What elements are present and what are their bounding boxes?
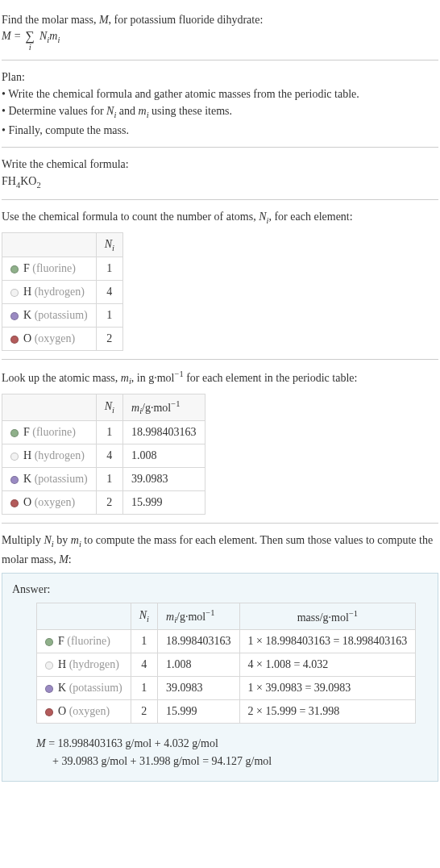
element-dot-icon bbox=[10, 289, 19, 297]
element-cell: H (hydrogen) bbox=[2, 444, 97, 468]
count-heading: Use the chemical formula to count the nu… bbox=[2, 208, 438, 227]
element-dot-icon bbox=[45, 685, 53, 693]
table-row: O (oxygen) 2 bbox=[2, 328, 123, 351]
header-mass: mass/g·mol−1 bbox=[239, 603, 416, 629]
header-mi: mi/g·mol−1 bbox=[158, 603, 240, 629]
header-blank bbox=[2, 394, 97, 420]
element-cell: F (fluorine) bbox=[2, 421, 97, 444]
table-header-row: Ni bbox=[2, 232, 123, 257]
header-mi: mi/g·mol−1 bbox=[123, 394, 205, 420]
count-cell: 2 bbox=[96, 491, 122, 515]
element-cell: F (fluorine) bbox=[37, 630, 131, 653]
element-cell: K (potassium) bbox=[37, 677, 131, 700]
plan-heading: Plan: bbox=[2, 69, 438, 86]
mass-cell: 15.999 bbox=[123, 491, 205, 515]
table-row: K (potassium) 1 39.0983 1 × 39.0983 = 39… bbox=[37, 677, 416, 700]
table-row: F (fluorine) 1 18.998403163 1 × 18.99840… bbox=[37, 630, 416, 653]
element-cell: H (hydrogen) bbox=[2, 281, 97, 304]
answer-title: Answer: bbox=[12, 583, 428, 596]
count-cell: 2 bbox=[96, 328, 122, 351]
formula-heading: Write the chemical formula: bbox=[2, 156, 438, 173]
plan-bullet-3: • Finally, compute the mass. bbox=[2, 122, 438, 139]
element-dot-icon bbox=[10, 265, 19, 273]
mass-cell: 1.008 bbox=[158, 653, 240, 677]
final-calculation: M = 18.998403163 g/mol + 4.032 g/mol + 3… bbox=[36, 735, 428, 771]
eq-equals: = bbox=[15, 30, 21, 43]
answer-table: Ni mi/g·mol−1 mass/g·mol−1 F (fluorine) … bbox=[36, 603, 416, 724]
eq-rhs: Nimi bbox=[39, 30, 60, 44]
mass-cell: 18.998403163 bbox=[123, 421, 205, 444]
count-cell: 2 bbox=[131, 700, 157, 724]
answer-inner: Ni mi/g·mol−1 mass/g·mol−1 F (fluorine) … bbox=[12, 603, 428, 771]
mass-heading: Look up the atomic mass, mi, in g·mol−1 … bbox=[2, 368, 438, 388]
mass-cell: 18.998403163 bbox=[158, 630, 240, 653]
count-cell: 1 bbox=[96, 304, 122, 328]
mass-table: Ni mi/g·mol−1 F (fluorine) 1 18.99840316… bbox=[2, 394, 205, 515]
intro-title-var: M bbox=[99, 14, 109, 26]
count-cell: 1 bbox=[131, 630, 157, 653]
element-dot-icon bbox=[10, 453, 19, 461]
intro-title-suffix: , for potassium fluoride dihydrate: bbox=[109, 14, 264, 26]
element-cell: K (potassium) bbox=[2, 304, 97, 328]
multiply-text: Multiply Ni by mi to compute the mass fo… bbox=[2, 532, 438, 568]
table-row: F (fluorine) 1 bbox=[2, 257, 123, 281]
element-cell: K (potassium) bbox=[2, 468, 97, 491]
plan-section: Plan: • Write the chemical formula and g… bbox=[2, 61, 438, 148]
count-cell: 1 bbox=[96, 468, 122, 491]
molar-mass-equation: M = ∑ i Nimi bbox=[2, 30, 438, 52]
chemical-formula: FH4KO2 bbox=[2, 173, 438, 192]
intro-section: Find the molar mass, M, for potassium fl… bbox=[2, 3, 438, 61]
element-cell: O (oxygen) bbox=[37, 700, 131, 724]
element-dot-icon bbox=[10, 429, 19, 437]
element-dot-icon bbox=[45, 708, 53, 716]
answer-box: Answer: Ni mi/g·mol−1 mass/g·mol−1 F (fl… bbox=[2, 573, 438, 782]
count-cell: 1 bbox=[96, 257, 122, 281]
element-dot-icon bbox=[10, 312, 19, 320]
element-dot-icon bbox=[45, 638, 53, 646]
header-ni: Ni bbox=[131, 603, 157, 629]
table-header-row: Ni mi/g·mol−1 mass/g·mol−1 bbox=[37, 603, 416, 629]
count-cell: 4 bbox=[96, 281, 122, 304]
mass-product-cell: 2 × 15.999 = 31.998 bbox=[239, 700, 416, 724]
mass-cell: 39.0983 bbox=[123, 468, 205, 491]
element-cell: F (fluorine) bbox=[2, 257, 97, 281]
eq-lhs: M bbox=[2, 30, 11, 43]
element-cell: H (hydrogen) bbox=[37, 653, 131, 677]
formula-section: Write the chemical formula: FH4KO2 bbox=[2, 148, 438, 201]
element-dot-icon bbox=[10, 476, 19, 484]
count-cell: 1 bbox=[131, 677, 157, 700]
calc-line-2: + 39.0983 g/mol + 31.998 g/mol = 94.127 … bbox=[36, 753, 428, 770]
table-row: H (hydrogen) 4 1.008 4 × 1.008 = 4.032 bbox=[37, 653, 416, 677]
count-table: Ni F (fluorine) 1 H (hydrogen) 4 K (pota… bbox=[2, 232, 123, 352]
mass-product-cell: 1 × 39.0983 = 39.0983 bbox=[239, 677, 416, 700]
sigma-icon: ∑ i bbox=[26, 30, 35, 52]
calc-line-1: M = 18.998403163 g/mol + 4.032 g/mol bbox=[36, 735, 428, 753]
plan-list: • Write the chemical formula and gather … bbox=[2, 86, 438, 139]
table-row: O (oxygen) 2 15.999 2 × 15.999 = 31.998 bbox=[37, 700, 416, 724]
intro-title-prefix: Find the molar mass, bbox=[2, 14, 99, 26]
mass-product-cell: 4 × 1.008 = 4.032 bbox=[239, 653, 416, 677]
plan-bullet-2: • Determine values for Ni and mi using t… bbox=[2, 102, 438, 122]
table-row: K (potassium) 1 bbox=[2, 304, 123, 328]
element-cell: O (oxygen) bbox=[2, 328, 97, 351]
header-ni: Ni bbox=[96, 394, 122, 420]
element-cell: O (oxygen) bbox=[2, 491, 97, 515]
table-row: H (hydrogen) 4 1.008 bbox=[2, 444, 205, 468]
element-dot-icon bbox=[10, 336, 19, 344]
table-row: F (fluorine) 1 18.998403163 bbox=[2, 421, 205, 444]
mass-cell: 39.0983 bbox=[158, 677, 240, 700]
plan-bullet-1: • Write the chemical formula and gather … bbox=[2, 86, 438, 102]
mass-cell: 15.999 bbox=[158, 700, 240, 724]
count-cell: 4 bbox=[131, 653, 157, 677]
header-blank bbox=[37, 603, 131, 629]
header-ni: Ni bbox=[96, 232, 122, 257]
count-cell: 1 bbox=[96, 421, 122, 444]
element-dot-icon bbox=[45, 661, 53, 670]
count-cell: 4 bbox=[96, 444, 122, 468]
count-section: Use the chemical formula to count the nu… bbox=[2, 200, 438, 360]
answer-section: Multiply Ni by mi to compute the mass fo… bbox=[2, 524, 438, 790]
header-blank bbox=[2, 232, 97, 257]
table-header-row: Ni mi/g·mol−1 bbox=[2, 394, 205, 420]
element-dot-icon bbox=[10, 499, 19, 507]
mass-section: Look up the atomic mass, mi, in g·mol−1 … bbox=[2, 360, 438, 524]
